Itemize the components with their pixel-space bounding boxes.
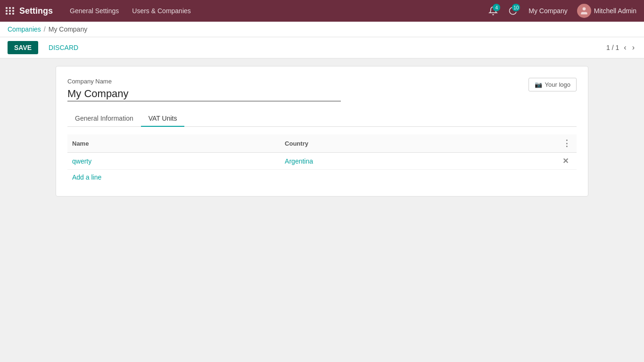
notification-badge: 4 — [493, 4, 500, 11]
app-title: Settings — [19, 6, 53, 16]
col-country-header: Country — [280, 134, 558, 153]
save-button[interactable]: SAVE — [8, 41, 38, 54]
tab-general-information[interactable]: General Information — [67, 111, 141, 127]
svg-point-0 — [582, 8, 586, 11]
table-options-icon[interactable]: ⋮ — [562, 139, 571, 148]
navbar-menu: General Settings Users & Companies — [64, 4, 485, 17]
company-name-section: Company Name — [67, 78, 528, 101]
cell-country: Argentina — [280, 153, 558, 170]
delete-row-button[interactable]: ✕ — [562, 156, 569, 165]
navbar-right: 4 10 My Company Mitchell Admin — [485, 3, 638, 19]
company-name-input[interactable] — [67, 87, 341, 101]
pager-nav: ‹ › — [622, 42, 636, 53]
discard-button[interactable]: DISCARD — [42, 41, 85, 54]
row-name-link[interactable]: qwerty — [72, 157, 91, 165]
col-options-header: ⋮ — [558, 134, 577, 153]
username-label: Mitchell Admin — [594, 7, 636, 15]
pager-prev-button[interactable]: ‹ — [622, 42, 628, 53]
user-menu[interactable]: Mitchell Admin — [575, 4, 638, 18]
navbar-general-settings[interactable]: General Settings — [64, 4, 124, 17]
row-country-link[interactable]: Argentina — [285, 157, 313, 165]
add-line-button[interactable]: Add a line — [67, 170, 106, 185]
navbar: Settings General Settings Users & Compan… — [0, 0, 644, 22]
updates-button[interactable]: 10 — [505, 3, 521, 19]
updates-badge: 10 — [512, 4, 520, 11]
form-header: Company Name 📷 Your logo — [67, 78, 577, 101]
tabs: General Information VAT Units — [67, 111, 577, 127]
action-bar: SAVE DISCARD 1 / 1 ‹ › — [0, 37, 644, 58]
tab-vat-units[interactable]: VAT Units — [141, 111, 185, 127]
logo-button[interactable]: 📷 Your logo — [528, 78, 577, 91]
cell-name: qwerty — [67, 153, 280, 170]
breadcrumb: Companies / My Company — [0, 22, 644, 37]
company-selector[interactable]: My Company — [525, 7, 571, 15]
col-name-header: Name — [67, 134, 280, 153]
company-name-label: Company Name — [67, 78, 528, 85]
vat-units-table: Name Country ⋮ qwerty Argentina ✕ — [67, 134, 577, 170]
apps-menu-icon[interactable] — [6, 7, 15, 15]
notifications-button[interactable]: 4 — [485, 3, 501, 19]
logo-button-label: Your logo — [545, 81, 570, 88]
pager-label: 1 / 1 — [606, 44, 619, 51]
avatar — [577, 4, 591, 18]
table-row: qwerty Argentina ✕ — [67, 153, 577, 170]
form-card: Company Name 📷 Your logo General Informa… — [56, 66, 588, 197]
breadcrumb-parent[interactable]: Companies — [8, 25, 41, 33]
cell-delete: ✕ — [558, 153, 577, 170]
table-header-row: Name Country ⋮ — [67, 134, 577, 153]
action-bar-right: 1 / 1 ‹ › — [606, 42, 636, 53]
navbar-users-companies[interactable]: Users & Companies — [126, 4, 197, 17]
breadcrumb-separator: / — [44, 25, 46, 33]
breadcrumb-current: My Company — [49, 25, 87, 33]
camera-icon: 📷 — [535, 81, 542, 88]
pager-next-button[interactable]: › — [630, 42, 636, 53]
action-bar-left: SAVE DISCARD — [8, 41, 85, 54]
main-content: Company Name 📷 Your logo General Informa… — [0, 58, 644, 362]
